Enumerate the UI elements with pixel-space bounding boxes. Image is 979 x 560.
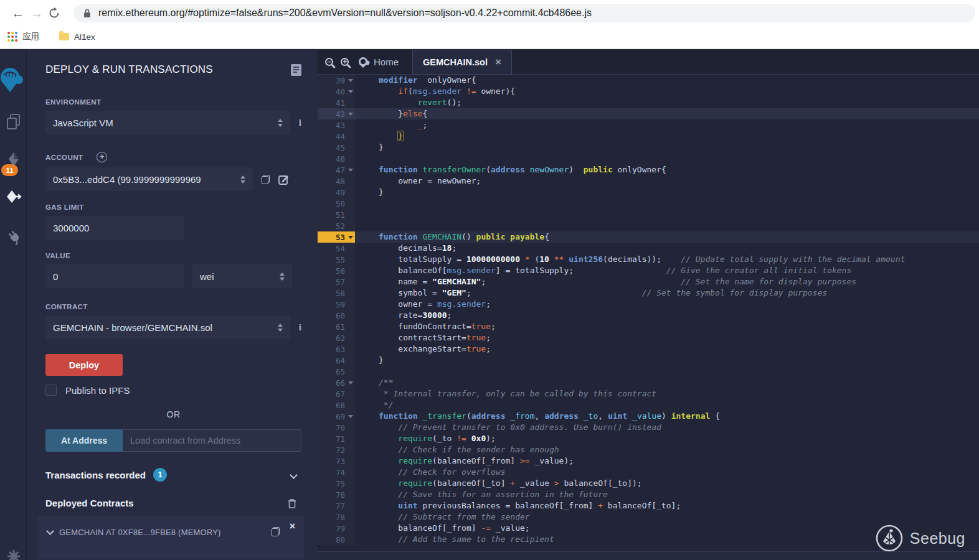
- code-text[interactable]: * Internal transfer, only can be called …: [355, 388, 979, 399]
- documentation-icon[interactable]: [291, 64, 301, 76]
- code-text[interactable]: }else{: [355, 108, 979, 119]
- line-number-50[interactable]: 50: [318, 198, 355, 209]
- tab-gemchain-sol[interactable]: GEMCHAIN.sol ×: [412, 50, 512, 75]
- fold-arrow-icon[interactable]: [348, 236, 353, 239]
- apps-grid-icon[interactable]: [7, 32, 17, 42]
- line-number-51[interactable]: 51: [318, 209, 355, 220]
- code-text[interactable]: // Check if the sender has enough: [355, 444, 979, 455]
- line-number-54[interactable]: 54: [318, 243, 355, 254]
- code-text[interactable]: [355, 153, 979, 164]
- code-line-41[interactable]: 41 revert();: [318, 97, 979, 108]
- code-line-40[interactable]: 40 if(msg.sender != owner){: [318, 86, 979, 97]
- code-line-71[interactable]: 71 require(_to != 0x0);: [318, 433, 979, 444]
- code-text[interactable]: }: [355, 355, 979, 366]
- code-line-74[interactable]: 74 // Check for overflows: [318, 467, 979, 478]
- remove-contract-icon[interactable]: ×: [290, 522, 295, 531]
- code-line-42[interactable]: 42 }else{: [318, 108, 979, 119]
- code-text[interactable]: uint previousBalances = balanceOf[_from]…: [355, 500, 979, 511]
- fold-arrow-icon[interactable]: [348, 415, 353, 418]
- line-number-66[interactable]: 66: [318, 377, 355, 388]
- code-text[interactable]: fundOnContract=true;: [355, 321, 979, 332]
- line-number-74[interactable]: 74: [318, 467, 355, 478]
- code-text[interactable]: // Prevent transfer to 0x0 address. Use …: [355, 422, 979, 433]
- code-text[interactable]: revert();: [355, 97, 979, 108]
- code-line-64[interactable]: 64}: [318, 355, 979, 366]
- code-line-68[interactable]: 68 */: [318, 399, 979, 411]
- code-line-58[interactable]: 58 symbol = "GEM"; // Set the symbol for…: [318, 287, 979, 299]
- code-line-66[interactable]: 66/**: [318, 377, 979, 388]
- code-line-56[interactable]: 56 balanceOf[msg.sender] = totalSupply; …: [318, 265, 979, 276]
- line-number-43[interactable]: 43: [318, 119, 355, 131]
- add-account-icon[interactable]: +: [97, 152, 107, 162]
- code-text[interactable]: exchangeStart=true;: [355, 343, 979, 355]
- code-line-47[interactable]: 47function transferOwner(address newOwne…: [318, 164, 979, 175]
- code-text[interactable]: _;: [355, 119, 979, 131]
- contract-expand-chevron-icon[interactable]: [46, 527, 54, 535]
- code-line-70[interactable]: 70 // Prevent transfer to 0x0 address. U…: [318, 422, 979, 433]
- zoom-out-icon[interactable]: –: [325, 58, 333, 66]
- reload-icon[interactable]: [49, 7, 60, 19]
- line-number-57[interactable]: 57: [318, 276, 355, 287]
- code-text[interactable]: require(balanceOf[_from] >= _value);: [355, 455, 979, 467]
- deployed-contract-item[interactable]: GEMCHAIN AT 0XF8E...9FBE8 (MEMORY) ×: [37, 516, 304, 559]
- environment-info-icon[interactable]: i: [299, 118, 301, 128]
- code-line-61[interactable]: 61 fundOnContract=true;: [318, 321, 979, 332]
- code-text[interactable]: symbol = "GEM"; // Set the symbol for di…: [355, 287, 979, 299]
- code-text[interactable]: function transferOwner(address newOwner)…: [355, 164, 979, 175]
- code-text[interactable]: balanceOf[msg.sender] = totalSupply; // …: [355, 265, 979, 276]
- file-explorer-icon[interactable]: [0, 113, 27, 131]
- deploy-run-icon[interactable]: [0, 189, 27, 207]
- line-number-73[interactable]: 73: [318, 455, 355, 467]
- line-number-76[interactable]: 76: [318, 489, 355, 500]
- at-address-input[interactable]: [123, 429, 301, 452]
- back-icon[interactable]: ←: [9, 6, 27, 21]
- value-input[interactable]: 0: [45, 264, 184, 288]
- line-number-48[interactable]: 48: [318, 175, 355, 187]
- code-line-67[interactable]: 67 * Internal transfer, only can be call…: [318, 388, 979, 399]
- code-text[interactable]: decimals=18;: [355, 243, 979, 254]
- line-number-70[interactable]: 70: [318, 422, 355, 433]
- code-text[interactable]: if(msg.sender != owner){: [355, 86, 979, 97]
- code-area[interactable]: 39modifier onlyOwner{40 if(msg.sender !=…: [318, 75, 979, 551]
- code-text[interactable]: function _transfer(address _from, addres…: [355, 411, 979, 422]
- line-number-56[interactable]: 56: [318, 265, 355, 276]
- code-text[interactable]: require(_to != 0x0);: [355, 433, 979, 444]
- value-unit-select[interactable]: wei: [192, 264, 292, 288]
- line-number-75[interactable]: 75: [318, 478, 355, 489]
- line-number-52[interactable]: 52: [318, 220, 355, 231]
- publish-ipfs-checkbox[interactable]: [45, 385, 57, 396]
- code-line-57[interactable]: 57 name = "GEMCHAIN"; // Set the name fo…: [318, 276, 979, 287]
- line-number-45[interactable]: 45: [318, 142, 355, 153]
- line-number-61[interactable]: 61: [318, 321, 355, 332]
- code-text[interactable]: contractStart=true;: [355, 332, 979, 343]
- fold-arrow-icon[interactable]: [348, 113, 353, 116]
- gas-limit-input[interactable]: 3000000: [45, 216, 184, 240]
- line-number-49[interactable]: 49: [318, 187, 355, 198]
- line-number-47[interactable]: 47: [318, 164, 355, 175]
- environment-select[interactable]: JavaScript VM: [45, 111, 290, 134]
- copy-account-icon[interactable]: [262, 175, 270, 184]
- code-text[interactable]: */: [355, 399, 979, 411]
- line-number-67[interactable]: 67: [318, 388, 355, 399]
- line-number-79[interactable]: 79: [318, 523, 355, 534]
- code-text[interactable]: require(balanceOf[_to] + _value > balanc…: [355, 478, 979, 489]
- transactions-chevron-down-icon[interactable]: [290, 471, 298, 479]
- code-line-46[interactable]: 46: [318, 153, 979, 164]
- code-line-59[interactable]: 59 owner = msg.sender;: [318, 299, 979, 310]
- code-line-72[interactable]: 72 // Check if the sender has enough: [318, 444, 979, 455]
- code-text[interactable]: owner = newOwner;: [355, 175, 979, 187]
- code-text[interactable]: [355, 220, 979, 231]
- code-line-65[interactable]: 65: [318, 366, 979, 377]
- zoom-in-icon[interactable]: +: [341, 58, 349, 66]
- code-line-60[interactable]: 60 rate=30000;: [318, 310, 979, 321]
- fold-arrow-icon[interactable]: [348, 169, 353, 172]
- code-text[interactable]: // Subtract from the sender: [355, 511, 979, 523]
- settings-gear-icon[interactable]: [0, 549, 27, 560]
- line-number-63[interactable]: 63: [318, 343, 355, 355]
- fold-arrow-icon[interactable]: [348, 79, 353, 82]
- code-text[interactable]: }: [355, 187, 979, 198]
- code-line-45[interactable]: 45}: [318, 142, 979, 153]
- line-number-78[interactable]: 78: [318, 511, 355, 523]
- code-text[interactable]: modifier onlyOwner{: [355, 75, 979, 86]
- code-text[interactable]: // Save this for an assertion in the fut…: [355, 489, 979, 500]
